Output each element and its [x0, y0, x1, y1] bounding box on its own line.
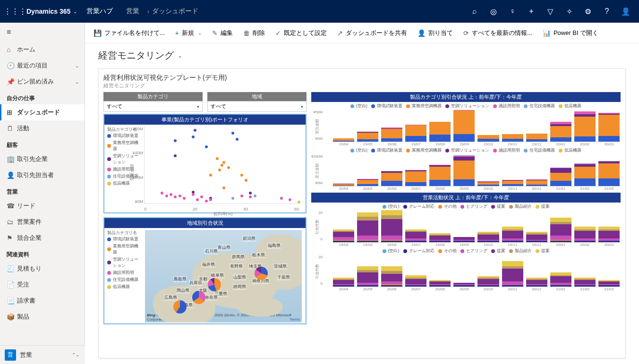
sidebar-item[interactable]: 🏢取引先企業	[0, 151, 85, 167]
sidebar-item[interactable]: 📄受注	[0, 277, 85, 293]
map-pie[interactable]	[173, 300, 187, 313]
app-name[interactable]: Dynamics 365	[26, 8, 70, 15]
legend-item[interactable]: 環境試験装置	[371, 147, 402, 153]
legend-item[interactable]: 施設用照明	[493, 103, 520, 109]
chart-act-prev[interactable]: 引合件数 200 19/0419/0519/0619/0719/0819/091…	[311, 211, 621, 247]
scatter-point[interactable]	[194, 129, 196, 132]
scatter-point[interactable]	[249, 195, 252, 198]
scatter-point[interactable]	[280, 197, 283, 200]
scatter-point[interactable]	[289, 198, 291, 201]
legend-item[interactable]: 提案	[491, 248, 505, 254]
scatter-point[interactable]	[209, 198, 212, 201]
bar-column[interactable]	[477, 232, 499, 242]
bar-column[interactable]	[453, 110, 475, 142]
scatter-point[interactable]	[231, 132, 234, 135]
bar-column[interactable]	[502, 180, 523, 186]
bar-column[interactable]	[357, 179, 378, 186]
cmd-button[interactable]: ↗ダッシュボードを共有	[332, 26, 412, 40]
bar-column[interactable]	[405, 229, 426, 242]
scatter-point[interactable]	[221, 164, 223, 167]
user-icon[interactable]: 👤	[616, 7, 635, 16]
bar-column[interactable]	[574, 163, 596, 186]
bar-column[interactable]	[429, 122, 451, 142]
scatter-point[interactable]	[240, 174, 243, 177]
cmd-button[interactable]: ✎編集	[207, 26, 238, 40]
bar-column[interactable]	[502, 261, 523, 287]
bar-column[interactable]	[526, 134, 547, 142]
legend-item[interactable]: 空調ソリューション	[107, 256, 140, 269]
bar-column[interactable]	[598, 161, 620, 186]
bar-column[interactable]	[453, 283, 475, 287]
bing-map[interactable]: Bing © 2020 TomTom © 2020 HERE, © 2020 Z…	[145, 230, 302, 322]
bar-column[interactable]	[357, 132, 378, 142]
breadcrumb-area[interactable]: 営業ハブ	[86, 7, 113, 16]
bar-column[interactable]	[477, 276, 499, 287]
scatter-point[interactable]	[216, 157, 219, 160]
scatter-point[interactable]	[227, 166, 230, 169]
legend-item[interactable]: 提案	[536, 248, 550, 254]
legend-item[interactable]: 低温機器	[559, 147, 581, 153]
funnel-icon[interactable]: ▽	[541, 7, 560, 16]
sidebar-item[interactable]: ☎リード	[0, 198, 85, 214]
bar-column[interactable]	[381, 127, 402, 142]
bar-column[interactable]	[526, 278, 547, 287]
cmd-button[interactable]: 💾ファイル名を付けて...	[89, 26, 170, 40]
legend-item[interactable]: その他	[438, 203, 457, 210]
updown-icon[interactable]: ⌃⌄	[72, 352, 79, 357]
legend-item[interactable]: 住宅設備機器	[107, 277, 140, 283]
map-terms-link[interactable]: Terms	[290, 317, 300, 322]
target-icon[interactable]: ◎	[484, 7, 503, 16]
bar-column[interactable]	[381, 171, 402, 186]
sidebar-item[interactable]: ⊞ダッシュボード	[0, 104, 85, 120]
sidebar-item-home[interactable]: ⌂ホーム	[0, 42, 85, 58]
scatter-point[interactable]	[183, 197, 186, 200]
bar-column[interactable]	[598, 280, 620, 287]
chevron-down-icon[interactable]: ⌄	[198, 30, 202, 35]
bar-column[interactable]	[453, 155, 475, 186]
map-pie[interactable]	[208, 278, 221, 291]
assistant-icon[interactable]: ✧	[560, 7, 579, 16]
tile-region-map[interactable]: 地域別引合状況 製品カテゴリ名 環境試験装置業務用空調機器空調ソリューション施設…	[103, 217, 307, 324]
scatter-point[interactable]	[240, 195, 243, 197]
legend-item[interactable]: 空調ソリューション	[445, 103, 489, 109]
legend-item[interactable]: (空白)	[350, 147, 367, 153]
sidebar-item[interactable]: 🧾見積もり	[0, 261, 85, 277]
cmd-button[interactable]: ✓既定として設定	[271, 26, 332, 40]
hamburger-icon[interactable]: ≡	[0, 23, 85, 42]
sidebar-item-recent[interactable]: 🕘最近の項目⌄	[0, 58, 85, 74]
bar-column[interactable]	[381, 266, 402, 287]
legend-item[interactable]: 製品紹介	[509, 248, 532, 254]
bar-column[interactable]	[357, 266, 378, 287]
bar-column[interactable]	[526, 179, 547, 186]
bar-column[interactable]	[453, 237, 475, 242]
legend-item[interactable]: クレーム対応	[403, 203, 435, 210]
legend-item[interactable]: 業務用空調機器	[406, 147, 442, 153]
bar-column[interactable]	[477, 135, 499, 142]
bar-column[interactable]	[574, 111, 596, 142]
sidebar-item-pinned[interactable]: 📌ピン留め済み⌄	[0, 74, 85, 90]
scatter-point[interactable]	[165, 195, 168, 197]
scatter-point[interactable]	[174, 154, 177, 157]
legend-item[interactable]: 空調ソリューション	[445, 147, 489, 153]
legend-item[interactable]: 業務用空調機器	[406, 103, 442, 109]
scatter-point[interactable]	[161, 192, 163, 195]
chevron-down-icon[interactable]: ⌄	[178, 52, 182, 59]
legend-item[interactable]: 低温機器	[107, 284, 140, 290]
bar-column[interactable]	[357, 212, 378, 242]
legend-item[interactable]: 提案	[491, 203, 505, 210]
breadcrumb-1[interactable]: 営業	[126, 7, 139, 16]
bar-column[interactable]	[429, 233, 451, 242]
cmd-button[interactable]: +新規⌄	[170, 26, 206, 40]
bar-column[interactable]	[526, 232, 547, 242]
sidebar-item[interactable]: ⚑競合企業	[0, 230, 85, 246]
scatter-point[interactable]	[170, 193, 172, 196]
scatter-point[interactable]	[205, 200, 208, 203]
scatter-point[interactable]	[231, 197, 234, 200]
scatter-point[interactable]	[174, 195, 177, 198]
bar-column[interactable]	[405, 275, 426, 287]
legend-item[interactable]: (空白)	[383, 203, 400, 210]
bar-column[interactable]	[550, 218, 571, 242]
sidebar-item[interactable]: 🗂営業案件	[0, 214, 85, 230]
legend-item[interactable]: クレーム対応	[403, 248, 435, 254]
plus-icon[interactable]: +	[522, 7, 541, 16]
